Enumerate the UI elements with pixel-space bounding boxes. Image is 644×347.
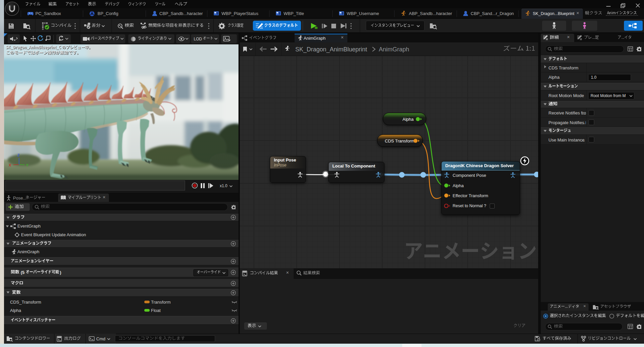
svg-text:Y: Y [26,163,29,167]
svg-text:X: X [9,163,11,167]
svg-text:Z: Z [17,153,20,157]
